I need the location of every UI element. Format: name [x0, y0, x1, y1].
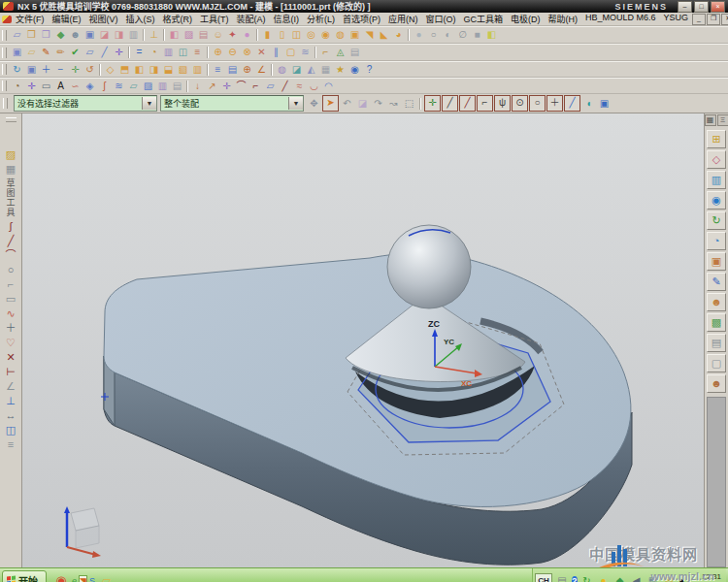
network-tray-icon[interactable]: ▦ [646, 574, 660, 582]
refresh-icon[interactable]: ↻ [10, 63, 24, 77]
clip-icon[interactable]: ◭ [304, 63, 318, 77]
studio-spline-icon[interactable]: ∽ [68, 80, 83, 93]
assembly-navigator-icon[interactable]: ⊞ [707, 130, 726, 148]
tools-icon[interactable]: ✦ [225, 28, 240, 42]
chevron-down-icon[interactable]: ▼ [142, 97, 156, 110]
undo-arrow-icon[interactable]: ↶ [340, 96, 354, 111]
roles-icon[interactable]: ✎ [707, 273, 726, 291]
process-studio-icon[interactable]: ▣ [707, 252, 726, 271]
quick-trim-icon[interactable]: ✕ [2, 350, 19, 365]
sphere-tool-icon[interactable]: ● [240, 28, 254, 42]
unite-icon[interactable]: ⊕ [211, 46, 225, 59]
menu-item[interactable]: 插入(S) [122, 13, 159, 25]
datum-plane-icon[interactable]: ▱ [83, 46, 97, 59]
window-menu-icon[interactable]: ▣ [10, 46, 24, 59]
zoom-out-icon[interactable]: − [53, 63, 68, 77]
snap-point-on-curve-icon[interactable]: ╱ [564, 95, 580, 112]
profile-icon[interactable]: ʃ [2, 219, 19, 234]
layer-settings-icon[interactable]: ≡ [211, 63, 225, 77]
snap-point-icon[interactable]: ✛ [424, 95, 441, 112]
layer-visible-icon[interactable]: ▤ [225, 63, 240, 77]
menu-item[interactable]: 编辑(E) [49, 13, 85, 25]
pan-icon[interactable]: ✛ [68, 63, 83, 77]
sheet-icon[interactable]: ▱ [126, 80, 141, 93]
rotate-view-icon[interactable]: ↺ [83, 63, 97, 77]
open-recent-icon[interactable]: ❒ [39, 28, 53, 42]
mdi-minimize-button[interactable]: _ [692, 14, 706, 25]
screen-split-icon[interactable]: ▦ [705, 114, 716, 126]
menu-item[interactable]: HB_MOULD M6.6 [581, 13, 660, 25]
section-icon[interactable]: ◪ [289, 63, 304, 77]
user-icon[interactable]: ☻ [707, 374, 726, 393]
grid-gray-icon[interactable]: ▦ [2, 162, 19, 177]
bridge-curve-icon[interactable]: ◡ [307, 80, 321, 93]
menu-item[interactable]: 工具(T) [196, 13, 233, 25]
snap-intersect-icon[interactable]: ψ [494, 95, 511, 112]
menu-item[interactable]: 帮助(H) [545, 13, 582, 25]
menu-item[interactable]: 电极(D) [507, 13, 545, 25]
film-icon[interactable]: ▥ [161, 46, 176, 59]
menu-item[interactable]: 窗口(O) [422, 13, 460, 25]
volume-tray-icon[interactable]: ◀ [630, 574, 644, 582]
dimension-icon[interactable]: ↔ [2, 408, 19, 423]
curve-mesh-icon[interactable]: ≋ [112, 80, 126, 93]
folder-icon[interactable]: ▱ [24, 46, 39, 59]
menu-item[interactable]: 文件(F) [12, 13, 49, 25]
toolbar-grip[interactable] [2, 81, 7, 91]
close-button[interactable]: × [711, 1, 725, 13]
toolbar-grip[interactable] [2, 48, 7, 58]
measure-icon[interactable]: ⌐ [318, 46, 333, 59]
help-icon[interactable]: ? [362, 63, 377, 77]
pattern-curve-icon[interactable]: ≡ [2, 437, 19, 452]
new-icon[interactable]: ▱ [10, 28, 24, 42]
nx-taskbar-icon[interactable]: ◥ [79, 575, 87, 582]
sketch-icon[interactable]: ✎ [39, 46, 53, 59]
printer-tray-icon[interactable]: ▤ [555, 574, 569, 582]
cylinder-icon[interactable]: ▯ [275, 28, 289, 42]
spline-icon[interactable]: ♡ [2, 336, 19, 350]
right-view-icon[interactable]: ◨ [147, 63, 161, 77]
snap-circle-icon[interactable]: ○ [529, 95, 546, 112]
helix-icon[interactable]: ✛ [219, 80, 234, 93]
chamfer-sketch-icon[interactable]: ∠ [2, 379, 19, 394]
update-tray-icon[interactable]: ● [597, 574, 611, 582]
no-hidden-icon[interactable]: ∅ [455, 28, 470, 42]
resource-bar-scrollbar[interactable] [707, 397, 726, 567]
snap-face-icon[interactable]: ◖ [581, 96, 596, 111]
sphere-body[interactable] [387, 225, 471, 308]
rectangle-sketch-icon[interactable]: ▭ [2, 292, 19, 307]
prefs-icon[interactable]: ★ [333, 63, 347, 77]
named-box-icon[interactable]: ▨ [182, 28, 196, 42]
model-canvas[interactable]: ZC YC XC [22, 113, 704, 567]
plane-tool-icon[interactable]: ▱ [263, 80, 278, 93]
select-chain-icon[interactable]: ✥ [307, 96, 321, 111]
save-icon[interactable]: ☻ [68, 28, 83, 42]
menu-item[interactable]: 信息(I) [270, 13, 304, 25]
subtract-icon[interactable]: ⊖ [225, 46, 240, 59]
polyline-icon[interactable]: ∿ [2, 307, 19, 321]
arc-tool-icon[interactable]: ⌒ [234, 80, 248, 93]
marquee-icon[interactable]: ⬚ [402, 96, 416, 111]
dice-icon[interactable]: ◪ [355, 96, 370, 111]
thread-icon[interactable]: ≋ [298, 46, 313, 59]
fillet-icon[interactable]: ⌐ [2, 277, 19, 292]
intersect-icon[interactable]: ⊗ [240, 46, 254, 59]
catalog-icon[interactable]: ▥ [126, 28, 141, 42]
chamfer-icon[interactable]: ◣ [377, 28, 391, 42]
line-icon[interactable]: ╱ [2, 234, 19, 248]
datum-csys[interactable] [64, 506, 101, 558]
analysis-icon[interactable]: ◬ [333, 46, 347, 59]
toolbar-grip[interactable] [2, 64, 7, 75]
close-part-icon[interactable]: ◆ [53, 28, 68, 42]
bottom-view-icon[interactable]: ▧ [176, 63, 190, 77]
fit-view-icon[interactable]: ▣ [24, 63, 39, 77]
shield-tray-icon[interactable]: ◆ [613, 574, 627, 582]
left-view-icon[interactable]: ▥ [190, 63, 205, 77]
reuse-library-icon[interactable]: ↻ [707, 211, 726, 230]
mail-tray-icon[interactable]: ✉ [663, 574, 677, 582]
line-tool-icon[interactable]: ╱ [278, 80, 292, 93]
selection-scope-dropdown[interactable]: 整个装配 ▼ [160, 95, 304, 112]
wcs-orient-icon[interactable]: ∠ [254, 63, 269, 77]
menu-item[interactable]: 分析(L) [303, 13, 339, 25]
language-indicator[interactable]: CH [535, 573, 552, 582]
